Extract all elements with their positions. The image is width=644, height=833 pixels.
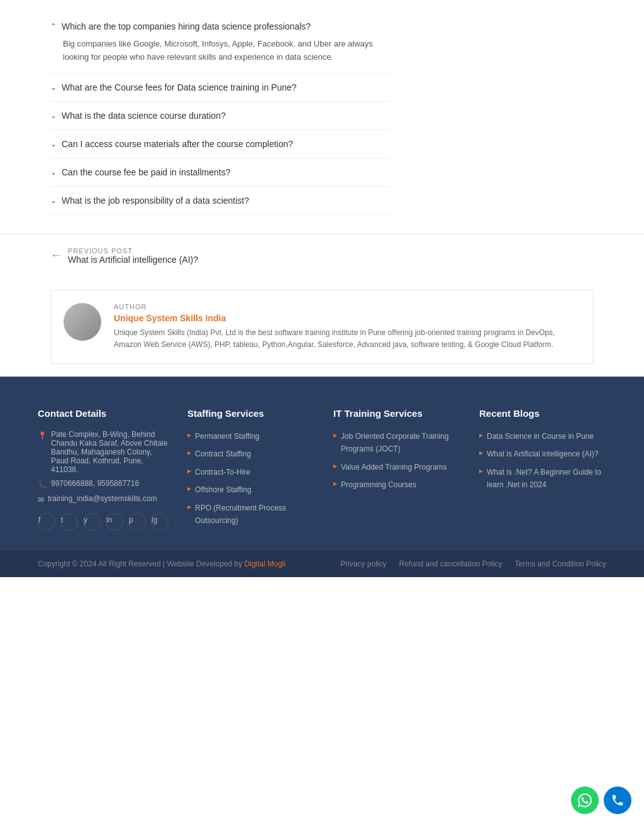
prev-post-content: PREVIOUS POST What is Artificial intelli… [68, 247, 198, 265]
footer-staffing-col: Staffing Services Permanent Staffing Con… [187, 408, 314, 532]
avatar [64, 303, 101, 341]
email-icon: ✉ [38, 495, 44, 504]
chevron-up-icon: ⌃ [50, 22, 57, 31]
footer-staffing-heading: Staffing Services [187, 408, 314, 419]
list-item[interactable]: RPO (Recruitment Process Outsourcing) [187, 502, 314, 527]
faq-item-6: ⌄ What is the job responsibility of a da… [50, 187, 390, 215]
footer-training-heading: IT Training Services [333, 408, 460, 419]
social-youtube[interactable]: y [83, 513, 101, 531]
faq-question-5[interactable]: ⌄ Can the course fee be paid in installm… [50, 167, 390, 177]
footer-training-list: Job Oriented Corporate Training Programs… [333, 430, 460, 492]
faq-section: ⌃ Which are the top companies hiring dat… [0, 0, 440, 228]
footer-copyright: Copyright © 2024 All Right Reserved | We… [38, 560, 286, 568]
chevron-down-icon: ⌄ [50, 111, 57, 120]
faq-question-2[interactable]: ⌄ What are the Course fees for Data scie… [50, 82, 390, 92]
list-item[interactable]: Job Oriented Corporate Training Programs… [333, 430, 460, 456]
social-linkedin[interactable]: in [106, 513, 123, 531]
list-item[interactable]: Programming Courses [333, 478, 460, 491]
footer-blogs-heading: Recent Blogs [479, 408, 606, 419]
chevron-down-icon: ⌄ [50, 140, 57, 148]
faq-item-5: ⌄ Can the course fee be paid in installm… [50, 158, 390, 187]
chevron-down-icon: ⌄ [50, 196, 57, 205]
location-icon: 📍 [38, 431, 47, 440]
footer-grid: Contact Details 📍 Pate Complex, B-Wing, … [38, 408, 606, 532]
social-facebook[interactable]: f [38, 513, 55, 531]
footer-blogs-list: Data Science in Course in Pune What is A… [479, 430, 606, 492]
faq-answer-1: Big companies like Google, Microsoft, In… [50, 38, 390, 64]
list-item[interactable]: What is .Net? A Beginner Guide to learn … [479, 466, 606, 492]
prev-post-title[interactable]: What is Artificial intelligence (AI)? [68, 255, 198, 265]
list-item[interactable]: Contract Staffing [187, 448, 314, 460]
social-twitter[interactable]: t [60, 513, 78, 531]
list-item[interactable]: Data Science in Course in Pune [479, 430, 606, 443]
social-icons: f t y in p ig [38, 513, 169, 531]
author-label: AUTHOR [114, 303, 580, 311]
footer-phone: 📞 9970666888, 9595887716 [38, 479, 169, 489]
author-info: AUTHOR Unique System Skills India Unique… [114, 303, 580, 351]
author-bio: Unique System Skills (India) Pvt. Ltd is… [114, 327, 580, 351]
footer: Contact Details 📍 Pate Complex, B-Wing, … [0, 377, 644, 577]
social-instagram[interactable]: ig [151, 513, 169, 531]
footer-training-col: IT Training Services Job Oriented Corpor… [333, 408, 460, 532]
phone-icon: 📞 [38, 480, 47, 489]
faq-item-2: ⌄ What are the Course fees for Data scie… [50, 74, 390, 102]
prev-post-label: PREVIOUS POST [68, 247, 198, 255]
faq-question-1[interactable]: ⌃ Which are the top companies hiring dat… [50, 21, 390, 31]
footer-blogs-col: Recent Blogs Data Science in Course in P… [479, 408, 606, 532]
faq-question-text-1: Which are the top companies hiring data … [62, 21, 311, 31]
refund-policy-link[interactable]: Refund and cancellation Policy [399, 560, 502, 568]
footer-contact-col: Contact Details 📍 Pate Complex, B-Wing, … [38, 408, 169, 532]
faq-question-6[interactable]: ⌄ What is the job responsibility of a da… [50, 196, 390, 206]
list-item[interactable]: Offshore Staffing [187, 483, 314, 496]
faq-question-4[interactable]: ⌄ Can I access course materials after th… [50, 139, 390, 149]
faq-item-3: ⌄ What is the data science course durati… [50, 102, 390, 130]
faq-question-text-4: Can I access course materials after the … [62, 139, 293, 149]
left-arrow-icon: ← [50, 249, 62, 262]
faq-question-text-6: What is the job responsibility of a data… [62, 196, 249, 206]
list-item[interactable]: Permanent Staffing [187, 430, 314, 443]
footer-bottom-links: Privacy policy Refund and cancellation P… [340, 560, 606, 568]
faq-question-text-5: Can the course fee be paid in installmen… [62, 167, 231, 177]
list-item[interactable]: Contract-To-Hire [187, 466, 314, 478]
privacy-policy-link[interactable]: Privacy policy [340, 560, 386, 568]
footer-staffing-list: Permanent Staffing Contract Staffing Con… [187, 430, 314, 527]
faq-question-text-3: What is the data science course duration… [62, 111, 226, 121]
author-name[interactable]: Unique System Skills India [114, 313, 580, 323]
social-pinterest[interactable]: p [128, 513, 146, 531]
terms-link[interactable]: Terms and Condition Policy [515, 560, 606, 568]
avatar-image [64, 303, 101, 341]
faq-question-text-2: What are the Course fees for Data scienc… [62, 82, 297, 92]
footer-content: Contact Details 📍 Pate Complex, B-Wing, … [0, 377, 644, 551]
prev-post: ← PREVIOUS POST What is Artificial intel… [0, 234, 644, 277]
footer-contact-heading: Contact Details [38, 408, 169, 419]
list-item[interactable]: What is Artificial intelligence (AI)? [479, 448, 606, 460]
developer-link[interactable]: Digital Mogli [245, 560, 286, 568]
footer-email: ✉ training_india@systemskills.com [38, 494, 169, 504]
prev-post-link[interactable]: What is Artificial intelligence (AI)? [68, 255, 198, 265]
author-box: AUTHOR Unique System Skills India Unique… [50, 290, 594, 364]
chevron-down-icon: ⌄ [50, 168, 57, 177]
list-item[interactable]: Value Added Training Programs [333, 461, 460, 473]
chevron-down-icon: ⌄ [50, 83, 57, 92]
footer-bottom: Copyright © 2024 All Right Reserved | We… [0, 551, 644, 577]
faq-item-4: ⌄ Can I access course materials after th… [50, 130, 390, 158]
faq-question-3[interactable]: ⌄ What is the data science course durati… [50, 111, 390, 121]
footer-address: 📍 Pate Complex, B-Wing, Behind Chandu Ka… [38, 430, 169, 474]
faq-item-1: ⌃ Which are the top companies hiring dat… [50, 13, 390, 74]
